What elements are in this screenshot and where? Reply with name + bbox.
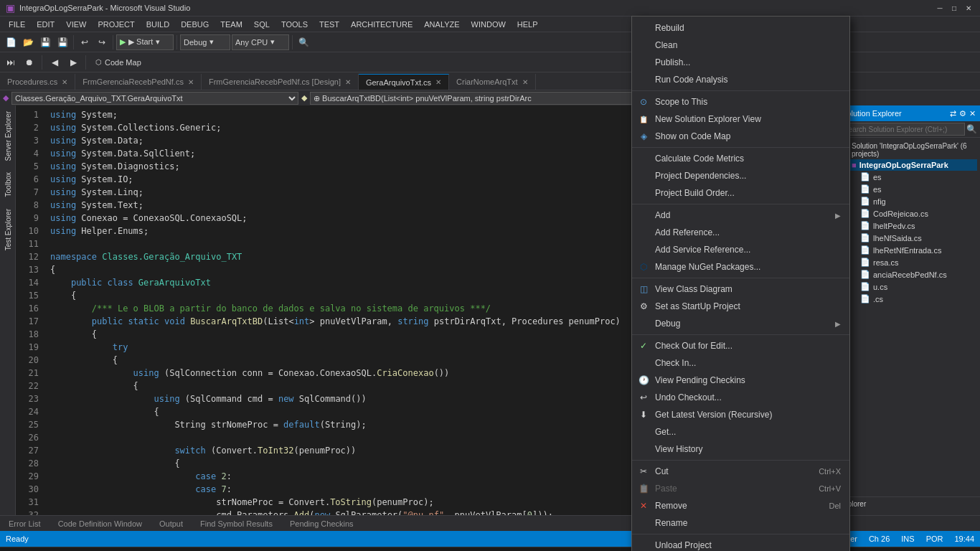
ctx-clean[interactable]: Clean: [632, 37, 849, 54]
ctx-add[interactable]: Add ▶: [632, 207, 849, 224]
ctx-checkout[interactable]: ✓ Check Out for Edit...: [632, 337, 849, 354]
cut-icon: ✂: [638, 466, 649, 477]
ctx-show-code-map[interactable]: ◈ Show on Code Map: [632, 128, 849, 145]
debug-icon: [638, 318, 649, 329]
ctx-add-service-ref[interactable]: Add Service Reference...: [632, 241, 849, 258]
ctx-project-deps-label: Project Dependencies...: [655, 171, 746, 181]
ctx-view-class-label: View Class Diagram: [655, 284, 732, 294]
ctx-set-startup[interactable]: ⚙ Set as StartUp Project: [632, 298, 849, 315]
ctx-calc-metrics-label: Calculate Code Metrics: [655, 154, 744, 164]
ctx-paste: 📋 Paste Ctrl+V: [632, 480, 849, 497]
ctx-paste-label: Paste: [655, 484, 677, 494]
paste-shortcut: Ctrl+V: [819, 484, 841, 493]
ctx-get-latest[interactable]: ⬇ Get Latest Version (Recursive): [632, 406, 849, 423]
nuget-icon: ⬡: [638, 261, 649, 273]
startup-icon: ⚙: [638, 301, 649, 312]
ctx-cut-label: Cut: [655, 466, 669, 476]
remove-shortcut: Del: [829, 501, 841, 510]
ctx-unload-label: Unload Project: [655, 540, 712, 550]
ctx-manage-nuget-label: Manage NuGet Packages...: [655, 262, 760, 272]
ctx-sep-2: [632, 147, 849, 148]
get-icon: [638, 426, 649, 438]
scope-icon: ⊙: [638, 96, 649, 108]
ctx-manage-nuget[interactable]: ⬡ Manage NuGet Packages...: [632, 258, 849, 276]
ctx-rebuild[interactable]: Rebuild: [632, 19, 849, 37]
ctx-get-label: Get...: [655, 427, 676, 437]
add-ref-icon: [638, 227, 649, 238]
ctx-project-deps[interactable]: Project Dependencies...: [632, 167, 849, 184]
ctx-get-latest-label: Get Latest Version (Recursive): [655, 410, 772, 420]
ctx-add-reference[interactable]: Add Reference...: [632, 224, 849, 241]
ctx-checkin[interactable]: Check In...: [632, 354, 849, 372]
run-code-icon: [638, 74, 649, 85]
ctx-new-solution-explorer[interactable]: 📋 New Solution Explorer View: [632, 110, 849, 128]
rebuild-icon: [638, 22, 649, 34]
ctx-sep-7: [632, 534, 849, 534]
ctx-view-pending-label: View Pending Checkins: [655, 375, 745, 385]
ctx-add-svc-label: Add Service Reference...: [655, 245, 750, 255]
ctx-add-label: Add: [655, 210, 670, 220]
cut-shortcut: Ctrl+X: [819, 467, 841, 476]
checkin-icon: [638, 357, 649, 369]
calc-metrics-icon: [638, 153, 649, 164]
ctx-sep-3: [632, 204, 849, 204]
new-sol-icon: 📋: [638, 113, 649, 125]
ctx-project-build-order[interactable]: Project Build Order...: [632, 184, 849, 202]
undo-checkout-icon: ↩: [638, 392, 649, 403]
ctx-debug-label: Debug: [655, 319, 680, 329]
add-svc-icon: [638, 244, 649, 255]
ctx-cut[interactable]: ✂ Cut Ctrl+X: [632, 463, 849, 480]
project-deps-icon: [638, 170, 649, 182]
add-arrow: ▶: [835, 212, 841, 220]
ctx-publish[interactable]: Publish...: [632, 54, 849, 71]
ctx-scope-label: Scope to This: [655, 97, 707, 107]
history-icon: [638, 443, 649, 455]
ctx-run-code-label: Run Code Analysis: [655, 75, 727, 85]
class-diag-icon: ◫: [638, 283, 649, 295]
ctx-checkout-label: Check Out for Edit...: [655, 341, 732, 351]
build-order-icon: [638, 187, 649, 199]
ctx-undo-checkout-label: Undo Checkout...: [655, 392, 722, 402]
ctx-undo-checkout[interactable]: ↩ Undo Checkout...: [632, 389, 849, 406]
context-menu: Rebuild Clean Publish... Run Code Analys…: [631, 16, 850, 551]
ctx-rename[interactable]: Rename: [632, 514, 849, 532]
rename-icon: [638, 517, 649, 529]
ctx-rebuild-label: Rebuild: [655, 23, 684, 33]
ctx-scope-to-this[interactable]: ⊙ Scope to This: [632, 93, 849, 110]
ctx-checkin-label: Check In...: [655, 358, 696, 368]
publish-icon: [638, 57, 649, 68]
get-latest-icon: ⬇: [638, 409, 649, 420]
ctx-clean-label: Clean: [655, 40, 677, 50]
ctx-set-startup-label: Set as StartUp Project: [655, 301, 740, 311]
debug-arrow: ▶: [835, 320, 841, 328]
ctx-view-pending[interactable]: 🕐 View Pending Checkins: [632, 372, 849, 389]
ctx-remove[interactable]: ✕ Remove Del: [632, 497, 849, 514]
ctx-view-class-diagram[interactable]: ◫ View Class Diagram: [632, 281, 849, 298]
ctx-new-sol-label: New Solution Explorer View: [655, 114, 761, 124]
ctx-sep-6: [632, 460, 849, 461]
ctx-sep-5: [632, 334, 849, 335]
ctx-show-code-map-label: Show on Code Map: [655, 131, 730, 141]
ctx-publish-label: Publish...: [655, 57, 690, 67]
unload-icon: [638, 540, 649, 551]
ctx-project-build-order-label: Project Build Order...: [655, 188, 735, 198]
ctx-add-ref-label: Add Reference...: [655, 227, 720, 237]
ctx-run-code-analysis[interactable]: Run Code Analysis: [632, 71, 849, 88]
add-icon: [638, 209, 649, 221]
pending-icon: 🕐: [638, 375, 649, 386]
checkout-icon: ✓: [638, 340, 649, 352]
clean-icon: [638, 39, 649, 51]
remove-icon: ✕: [638, 500, 649, 512]
paste-icon: 📋: [638, 483, 649, 494]
ctx-view-history[interactable]: View History: [632, 441, 849, 458]
ctx-debug[interactable]: Debug ▶: [632, 315, 849, 332]
ctx-calc-metrics[interactable]: Calculate Code Metrics: [632, 150, 849, 167]
ctx-view-history-label: View History: [655, 444, 702, 454]
ctx-get[interactable]: Get...: [632, 423, 849, 441]
ctx-unload-project[interactable]: Unload Project: [632, 537, 849, 551]
ctx-sep-1: [632, 90, 849, 91]
ctx-sep-4: [632, 278, 849, 278]
ctx-rename-label: Rename: [655, 518, 687, 528]
ctx-remove-label: Remove: [655, 501, 687, 511]
code-map-icon: ◈: [638, 131, 649, 142]
